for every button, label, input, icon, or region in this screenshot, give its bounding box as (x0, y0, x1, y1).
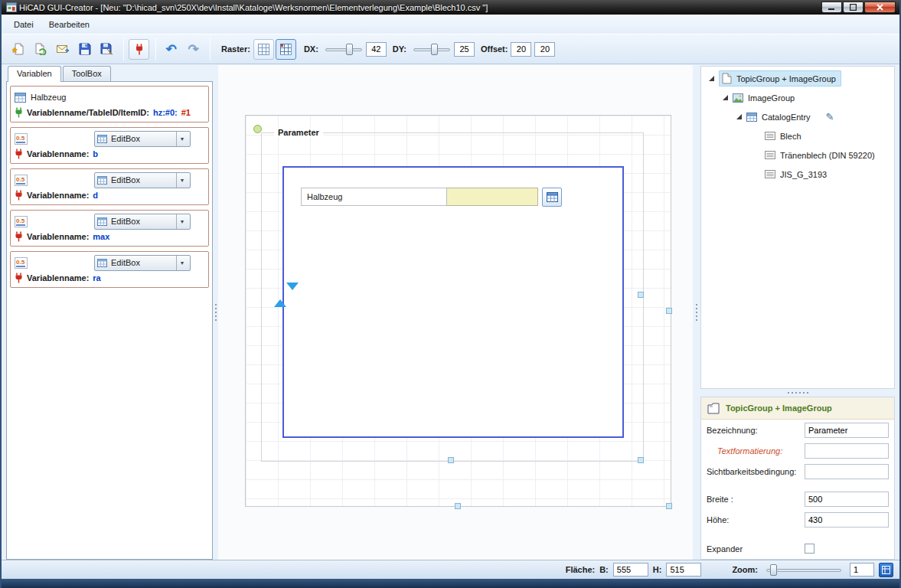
value-05-icon: 0.5 (15, 257, 28, 269)
expander-icon[interactable] (709, 76, 714, 81)
control-type-dropdown[interactable]: EditBox ▼ (94, 214, 191, 230)
bezeichnung-input[interactable] (805, 423, 889, 438)
tab-toolbox[interactable]: ToolBox (63, 66, 111, 81)
raster-snap-button[interactable] (276, 39, 296, 60)
dx-slider[interactable] (325, 42, 363, 57)
sichtbarkeit-label: Sichtbarkeitsbedingung: (707, 467, 805, 476)
dy-slider-thumb[interactable] (431, 44, 438, 55)
offset-y-input[interactable] (534, 42, 555, 57)
textformatierung-input[interactable] (805, 443, 889, 459)
table-icon (97, 176, 107, 185)
menu-datei[interactable]: Datei (6, 17, 41, 32)
resize-handle[interactable] (455, 503, 461, 509)
undo-button[interactable]: ↶ (161, 39, 181, 60)
page-icon (722, 73, 732, 84)
plug-disconnected-icon (15, 273, 23, 283)
chevron-down-icon: ▼ (176, 214, 188, 229)
new-from-template-button[interactable] (30, 39, 51, 60)
variable-card-d[interactable]: 0.5 EditBox ▼ Variablenname: d (10, 168, 209, 205)
tree-item-catalogentry[interactable]: CatalogEntry ✎ (701, 107, 894, 126)
dx-slider-thumb[interactable] (346, 44, 353, 55)
textformatierung-label: Textformatierung: (707, 446, 805, 456)
import-button[interactable] (52, 39, 73, 60)
halbzeug-binding-item: #1 (181, 108, 191, 117)
horizontal-splitter[interactable] (700, 389, 895, 396)
tree-item-traenenblech[interactable]: Tränenblech (DIN 59220) (701, 145, 894, 165)
variable-card-max[interactable]: 0.5 EditBox ▼ Variablenname: max (10, 210, 209, 247)
raster-grid-button[interactable] (253, 39, 274, 60)
selected-imagegroup-rect[interactable]: Halbzeug (282, 166, 624, 438)
offset-x-input[interactable] (511, 42, 531, 57)
svg-text:0.5: 0.5 (16, 176, 25, 183)
expander-icon[interactable] (723, 95, 728, 100)
resize-handle[interactable] (638, 457, 644, 463)
parameter-groupbox[interactable]: Parameter Halbzeug (261, 132, 644, 462)
groupbox-title: Parameter (274, 128, 323, 137)
halbzeug-field-input[interactable] (447, 188, 538, 206)
zoom-slider[interactable] (766, 563, 842, 577)
variable-card-ra[interactable]: 0.5 EditBox ▼ Variablenname: ra (10, 251, 209, 288)
variable-name-value: b (93, 149, 98, 158)
resize-handle[interactable] (666, 503, 672, 509)
maximize-button[interactable] (843, 2, 863, 13)
expander-checkbox[interactable] (805, 544, 814, 554)
tree-item-blech[interactable]: Blech (701, 126, 894, 145)
right-splitter[interactable] (694, 65, 699, 560)
app-icon (6, 2, 17, 12)
dy-slider[interactable] (413, 42, 451, 57)
topicgroup-icon (707, 403, 720, 414)
minimize-button[interactable] (821, 2, 842, 13)
halbzeug-card[interactable]: Halbzeug Variablenname/TableID/ItemID: h… (10, 86, 209, 122)
control-type-dropdown[interactable]: EditBox ▼ (94, 255, 191, 271)
resize-handle[interactable] (448, 457, 454, 463)
chevron-down-icon: ▼ (176, 132, 188, 146)
dy-input[interactable] (454, 42, 475, 57)
form-design-surface[interactable]: Parameter Halbzeug (245, 115, 671, 507)
control-type-dropdown[interactable]: EditBox ▼ (94, 172, 191, 188)
save-as-button[interactable] (96, 39, 117, 60)
tree-item-topicgroup[interactable]: TopicGroup + ImageGroup (701, 69, 894, 88)
expander-icon[interactable] (736, 114, 742, 119)
tree-item-label: JIS_G_3193 (780, 170, 827, 179)
design-canvas[interactable]: Parameter Halbzeug (218, 65, 693, 560)
value-05-icon: 0.5 (15, 133, 28, 145)
zoom-slider-thumb[interactable] (770, 564, 777, 576)
redo-button[interactable]: ↷ (183, 39, 204, 60)
halbzeug-field-row[interactable]: Halbzeug (301, 188, 562, 206)
resize-handle[interactable] (666, 308, 672, 314)
statusbar: Fläche: B: H: Zoom: (2, 560, 899, 579)
breite-input[interactable] (805, 492, 889, 507)
dx-label: DX: (304, 44, 318, 54)
close-button[interactable] (864, 2, 896, 13)
control-type-dropdown[interactable]: EditBox ▼ (94, 131, 191, 147)
tree-item-imagegroup[interactable]: ImageGroup (701, 88, 894, 107)
prop-row-breite: Breite : (701, 488, 894, 509)
vertical-resize-arrows-icon[interactable] (274, 290, 286, 299)
tree-item-jis[interactable]: JIS_G_3193 (701, 165, 894, 184)
save-button[interactable] (74, 39, 95, 60)
image-icon (733, 93, 743, 103)
svg-text:0.5: 0.5 (16, 135, 25, 142)
variable-pin-button[interactable] (129, 39, 149, 60)
panel-toggle-button[interactable] (879, 563, 893, 577)
left-panel: Variablen ToolBox Halbzeug Variablenname… (6, 66, 213, 560)
sichtbarkeit-input[interactable] (805, 464, 889, 479)
new-file-button[interactable] (8, 39, 28, 60)
left-splitter[interactable] (213, 65, 218, 560)
right-panel: TopicGroup + ImageGroup ImageGroup Catal… (700, 66, 895, 560)
resize-handle[interactable] (638, 292, 644, 298)
flaeche-h-input[interactable] (666, 563, 701, 577)
toolbar: ↶ ↷ Raster: DX: DY: Offset: (2, 34, 899, 64)
catalog-browse-button[interactable] (542, 188, 562, 207)
tree-selection: TopicGroup + ImageGroup (719, 70, 841, 87)
menu-bearbeiten[interactable]: Bearbeiten (41, 17, 97, 32)
zoom-input[interactable] (850, 563, 874, 577)
dx-input[interactable] (366, 42, 387, 57)
variable-card-b[interactable]: 0.5 EditBox ▼ Variablenname: b (10, 127, 209, 164)
plug-disconnected-icon (15, 190, 23, 201)
offset-label: Offset: (481, 44, 508, 54)
edit-pencil-icon[interactable]: ✎ (826, 111, 834, 122)
flaeche-b-input[interactable] (613, 563, 648, 577)
hoehe-input[interactable] (805, 512, 889, 528)
tab-variablen[interactable]: Variablen (8, 66, 61, 82)
